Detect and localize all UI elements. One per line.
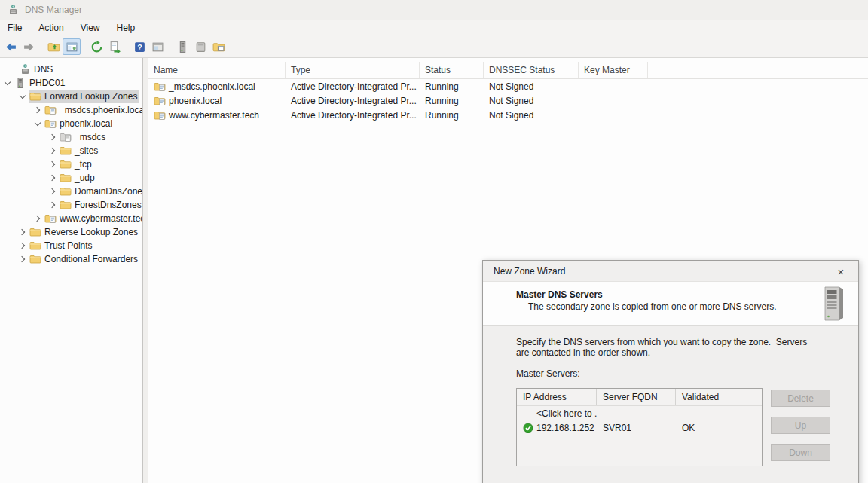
zone-name: www.cybermaster.tech xyxy=(169,110,259,121)
delete-button[interactable]: Delete xyxy=(771,390,830,407)
help-icon[interactable]: ? xyxy=(130,38,148,55)
tree-item-body: Conditional Forwarders xyxy=(29,252,140,266)
tree-item-body: Trust Points xyxy=(29,239,95,252)
menu-bar: FileActionViewHelp xyxy=(0,20,868,36)
ms-ip-cell[interactable]: <Click here to ... xyxy=(517,408,597,419)
toolbar-separator xyxy=(127,40,127,53)
chevron-right-icon[interactable] xyxy=(17,230,29,234)
tree-item--msdcs-phoenix-local[interactable]: _msdcs.phoenix.local xyxy=(0,103,142,117)
chevron-right-icon[interactable] xyxy=(32,216,44,221)
tree-item-trust-points[interactable]: Trust Points xyxy=(0,239,142,252)
zone-icon xyxy=(154,109,166,121)
window-pane-icon[interactable] xyxy=(191,38,209,55)
tree-item-body: PHDC01 xyxy=(14,76,67,90)
zone-row-phoenix-local[interactable]: phoenix.localActive Directory-Integrated… xyxy=(148,93,868,108)
zone-icon xyxy=(154,95,166,107)
wizard-header: Master DNS Servers The secondary zone is… xyxy=(483,281,858,326)
tree-item-reverse-lookup-zones[interactable]: Reverse Lookup Zones xyxy=(0,225,142,239)
menu-item-file[interactable]: File xyxy=(2,21,28,35)
tree-item-www-cybermaster-tech[interactable]: www.cybermaster.tech xyxy=(0,212,142,225)
column-header-dnssec-status[interactable]: DNSSEC Status xyxy=(484,62,579,78)
folder-icon xyxy=(60,172,72,184)
back-arrow-icon[interactable] xyxy=(2,38,20,55)
forward-arrow-icon[interactable] xyxy=(20,38,38,55)
tree-item--udp[interactable]: _udp xyxy=(0,171,142,185)
tree-item-phoenix-local[interactable]: phoenix.local xyxy=(0,117,142,130)
master-servers-label: Master Servers: xyxy=(516,368,580,379)
master-servers-table-header: IP AddressServer FQDNValidated xyxy=(517,389,762,406)
down-button[interactable]: Down xyxy=(771,444,830,461)
menu-item-action[interactable]: Action xyxy=(32,21,69,35)
zone-status: Running xyxy=(420,81,484,92)
up-one-level-icon[interactable] xyxy=(44,38,63,55)
master-server-row-1[interactable]: 192.168.1.252SVR01OK xyxy=(517,420,762,435)
master-server-row-0[interactable]: <Click here to ... xyxy=(517,406,762,420)
zone-dnssec-status: Not Signed xyxy=(484,96,579,106)
ms-column-header-validated[interactable]: Validated xyxy=(676,389,762,405)
zone-row-www-cybermaster-tech[interactable]: www.cybermaster.techActive Directory-Int… xyxy=(148,108,868,122)
zone-row--msdcs-phoenix-local[interactable]: _msdcs.phoenix.localActive Directory-Int… xyxy=(148,79,868,93)
tree-item--msdcs[interactable]: _msdcs xyxy=(0,130,142,144)
up-button[interactable]: Up xyxy=(771,417,830,434)
column-header-name[interactable]: Name xyxy=(148,62,286,78)
tree-item-label: DNS xyxy=(34,64,53,75)
properties-window-icon[interactable] xyxy=(148,38,167,55)
chevron-right-icon[interactable] xyxy=(17,257,29,261)
chevron-down-icon[interactable] xyxy=(2,81,14,84)
chevron-right-icon[interactable] xyxy=(47,176,59,180)
tree-item-body: DNS xyxy=(18,63,55,76)
tree-item--sites[interactable]: _sites xyxy=(0,144,142,157)
validated-check-icon xyxy=(523,423,533,433)
chevron-right-icon[interactable] xyxy=(17,243,29,248)
chevron-right-icon[interactable] xyxy=(47,203,59,207)
chevron-down-icon[interactable] xyxy=(32,122,44,125)
tree-item--tcp[interactable]: _tcp xyxy=(0,157,142,171)
toolbar-separator xyxy=(170,40,170,53)
chevron-right-icon[interactable] xyxy=(47,189,59,194)
ms-column-header-ip-address[interactable]: IP Address xyxy=(517,389,597,405)
refresh-icon[interactable] xyxy=(87,38,105,55)
master-servers-table[interactable]: IP AddressServer FQDNValidated <Click he… xyxy=(516,388,763,466)
toolbar: ? xyxy=(0,36,868,58)
tree-item-label: _tcp xyxy=(75,159,92,170)
zone-status: Running xyxy=(420,110,484,121)
folder-icon xyxy=(60,158,72,170)
table-side-buttons: DeleteUpDown xyxy=(771,390,830,461)
tree-item-label: phoenix.local xyxy=(60,118,112,129)
chevron-right-icon[interactable] xyxy=(47,162,59,167)
tree-item-label: DomainDnsZones xyxy=(75,186,143,197)
show-hide-console-tree-icon[interactable] xyxy=(63,38,81,55)
zone-type: Active Directory-Integrated Pr... xyxy=(286,96,420,106)
menu-item-help[interactable]: Help xyxy=(111,21,142,35)
tree-item-body: Forward Lookup Zones xyxy=(29,90,139,103)
tree-item-body: Reverse Lookup Zones xyxy=(29,225,140,239)
tree-item-dns[interactable]: DNS xyxy=(0,63,142,76)
chevron-right-icon[interactable] xyxy=(47,135,59,139)
chevron-down-icon[interactable] xyxy=(17,95,29,98)
export-list-icon[interactable] xyxy=(105,38,124,55)
column-header-status[interactable]: Status xyxy=(420,62,484,78)
server-stack-icon[interactable] xyxy=(173,38,191,55)
dialog-title: New Zone Wizard xyxy=(494,266,565,277)
tree-item-label: _msdcs xyxy=(75,132,105,142)
server-icon xyxy=(14,77,26,89)
chevron-right-icon[interactable] xyxy=(47,148,59,153)
tree-item-phdc01[interactable]: PHDC01 xyxy=(0,76,142,90)
folder-window-icon[interactable] xyxy=(209,38,228,55)
ms-ip-cell[interactable]: 192.168.1.252 xyxy=(517,423,597,433)
close-icon[interactable]: × xyxy=(833,264,849,279)
tree-item-forward-lookup-zones[interactable]: Forward Lookup Zones xyxy=(0,90,142,103)
folder-icon xyxy=(60,199,72,211)
tree-item-body: phoenix.local xyxy=(44,117,115,130)
ms-column-header-server-fqdn[interactable]: Server FQDN xyxy=(597,389,676,405)
chevron-right-icon[interactable] xyxy=(32,108,44,112)
folder-icon xyxy=(60,145,72,157)
menu-item-view[interactable]: View xyxy=(75,21,106,35)
tree-item-conditional-forwarders[interactable]: Conditional Forwarders xyxy=(0,252,142,266)
column-header-key-master[interactable]: Key Master xyxy=(579,62,648,78)
tree-item-forestdnszones[interactable]: ForestDnsZones xyxy=(0,198,142,212)
tree-item-label: _udp xyxy=(75,173,95,183)
column-header-type[interactable]: Type xyxy=(286,62,420,78)
tree-item-domaindnszones[interactable]: DomainDnsZones xyxy=(0,185,142,198)
toolbar-separator xyxy=(84,40,84,53)
